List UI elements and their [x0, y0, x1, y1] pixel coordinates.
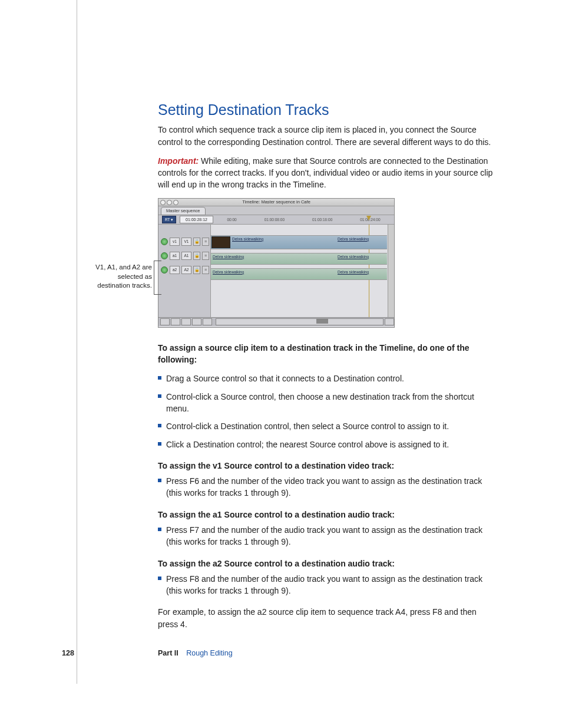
- dest-v1[interactable]: V1: [181, 238, 191, 246]
- tracks-area: Debra sidewalking Debra sidewalking Debr…: [211, 225, 394, 317]
- source-v1[interactable]: v1: [170, 238, 180, 246]
- list-item: Control-click a Source control, then cho…: [166, 391, 494, 415]
- list-item: Press F8 and the number of the audio tra…: [166, 573, 494, 597]
- track-header-panel: v1 V1 🔒 ≡ a1 A1 🔒 ≡ a2 A2 🔒 ≡: [158, 225, 211, 317]
- audio-track-a1-clip[interactable]: Debra sidewalking Debra sidewalking: [211, 253, 387, 265]
- link-icon[interactable]: ≡: [202, 238, 209, 246]
- clip-label: Debra sidewalking: [232, 236, 263, 242]
- page-number: 128: [62, 648, 74, 658]
- subhead-a1: To assign the a1 Source control to a des…: [158, 509, 494, 521]
- clip-label: Debra sidewalking: [338, 254, 369, 259]
- clip-label: Debra sidewalking: [338, 236, 369, 242]
- list-item: Press F6 and the number of the video tra…: [166, 475, 494, 499]
- section-heading: Setting Destination Tracks: [158, 99, 494, 120]
- steps-list: Drag a Source control so that it connect…: [158, 373, 494, 450]
- rt-button[interactable]: RT ▾: [162, 216, 176, 223]
- important-text: While editing, make sure that Source con…: [158, 156, 492, 190]
- horizontal-scrollbar[interactable]: [216, 318, 384, 325]
- clip-label: Debra sidewalking: [213, 254, 244, 259]
- dest-a1[interactable]: A1: [181, 252, 191, 260]
- lock-icon[interactable]: 🔒: [193, 238, 200, 246]
- footer-button[interactable]: [171, 318, 180, 325]
- lock-icon[interactable]: 🔒: [193, 252, 200, 260]
- screenshot-callout: V1, A1, and A2 are selected as destinati…: [93, 263, 152, 291]
- audio-track-a2-clip[interactable]: Debra sidewalking Debra sidewalking: [211, 268, 387, 280]
- track-header-v1: v1 V1 🔒 ≡: [161, 236, 210, 247]
- footer-text: Part II Rough Editing: [158, 648, 233, 658]
- list-item: Press F7 and the number of the audio tra…: [166, 524, 494, 548]
- track-header-a2: a2 A2 🔒 ≡: [161, 265, 210, 275]
- page-margin-rule: [77, 0, 77, 684]
- ruler-tick: 01:00:08:00: [265, 217, 285, 222]
- list-item: Click a Destination control; the nearest…: [166, 439, 494, 450]
- footer-part: Part II: [158, 649, 178, 657]
- callout-bracket-icon: [154, 261, 161, 295]
- dest-a2[interactable]: A2: [181, 266, 191, 274]
- footer-button[interactable]: [192, 318, 201, 325]
- clip-thumbnail: [211, 236, 230, 248]
- subhead-v1: To assign the v1 Source control to a des…: [158, 460, 494, 472]
- important-label: Important:: [158, 156, 199, 166]
- tab-row: Master sequence: [158, 206, 394, 215]
- ruler-row: RT ▾ 01:00:28:12 00:00 01:00:08:00 01:00…: [158, 215, 394, 225]
- list-item: Drag a Source control so that it connect…: [166, 373, 494, 384]
- steps-list: Press F6 and the number of the video tra…: [158, 475, 494, 499]
- intro-paragraph: To control which sequence track a source…: [158, 124, 494, 148]
- link-icon[interactable]: ≡: [202, 266, 209, 274]
- footer-button[interactable]: [181, 318, 191, 325]
- link-icon[interactable]: ≡: [202, 252, 209, 260]
- footer-button[interactable]: [385, 318, 394, 325]
- enable-dot-icon[interactable]: [161, 252, 168, 259]
- track-header-a1: a1 A1 🔒 ≡: [161, 251, 210, 261]
- important-note: Important: While editing, make sure that…: [158, 155, 494, 191]
- steps-list: Press F8 and the number of the audio tra…: [158, 573, 494, 597]
- ruler-tick: 01:00:16:00: [312, 217, 332, 222]
- ruler-tick: 00:00: [227, 217, 236, 222]
- timeline-screenshot: Timeline: Master sequence in Cafe Master…: [158, 198, 395, 328]
- window-title: Timeline: Master sequence in Cafe: [242, 199, 310, 205]
- traffic-lights: [160, 200, 178, 205]
- lock-icon[interactable]: 🔒: [193, 266, 200, 274]
- footer-button[interactable]: [203, 318, 212, 325]
- timeline-footer: [158, 317, 394, 326]
- clip-label: Debra sidewalking: [338, 269, 369, 275]
- enable-dot-icon[interactable]: [161, 266, 168, 274]
- scroll-thumb[interactable]: [316, 319, 328, 324]
- footer-chapter: Rough Editing: [186, 649, 233, 657]
- example-paragraph: For example, to assign the a2 source cli…: [158, 606, 494, 630]
- enable-dot-icon[interactable]: [161, 238, 168, 245]
- vertical-scrollbar[interactable]: [388, 225, 394, 317]
- source-a2[interactable]: a2: [170, 266, 180, 274]
- footer-button[interactable]: [160, 318, 170, 325]
- video-track-clip[interactable]: Debra sidewalking Debra sidewalking: [211, 235, 387, 249]
- subhead-a2: To assign the a2 Source control to a des…: [158, 558, 494, 569]
- sequence-tab[interactable]: Master sequence: [161, 207, 206, 215]
- clip-label: Debra sidewalking: [213, 269, 244, 275]
- list-item: Control-click a Destination control, the…: [166, 420, 494, 432]
- steps-list: Press F7 and the number of the audio tra…: [158, 524, 494, 548]
- window-titlebar: Timeline: Master sequence in Cafe: [158, 199, 394, 206]
- procedure-heading: To assign a source clip item to a destin…: [158, 342, 494, 366]
- source-a1[interactable]: a1: [170, 252, 180, 260]
- timecode-field[interactable]: 01:00:28:12: [180, 216, 213, 223]
